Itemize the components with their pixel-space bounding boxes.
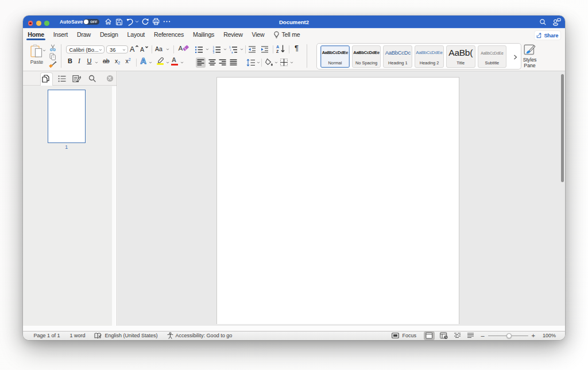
svg-text:3: 3 <box>213 51 215 53</box>
svg-text:a: a <box>231 51 233 53</box>
svg-text:Z: Z <box>276 49 279 53</box>
svg-text:A: A <box>140 46 144 53</box>
svg-text:A: A <box>130 45 135 53</box>
svg-text:A: A <box>276 45 279 49</box>
svg-text:i: i <box>230 49 231 52</box>
